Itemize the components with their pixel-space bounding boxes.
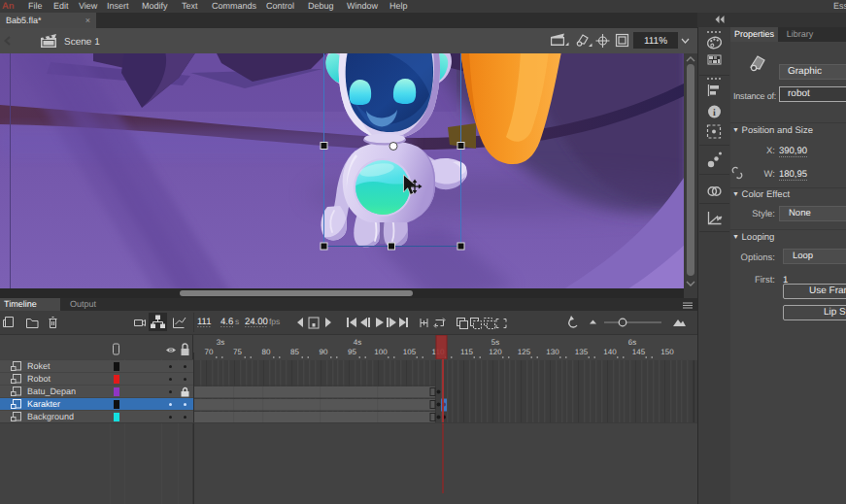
svg-text:115: 115 — [460, 348, 473, 356]
svg-text:111: 111 — [197, 317, 211, 327]
svg-text:85: 85 — [290, 348, 299, 356]
svg-text:fps: fps — [269, 317, 280, 326]
svg-text:100: 100 — [374, 348, 388, 356]
svg-text:24.00: 24.00 — [245, 317, 268, 327]
svg-text:105: 105 — [403, 348, 417, 356]
svg-text:145: 145 — [632, 348, 646, 356]
svg-text:s: s — [235, 317, 239, 326]
svg-text:70: 70 — [205, 348, 214, 356]
svg-text:75: 75 — [233, 348, 242, 356]
svg-text:4s: 4s — [354, 338, 361, 347]
svg-text:Scene 1: Scene 1 — [64, 37, 100, 48]
svg-text:130: 130 — [546, 348, 559, 356]
svg-text:6s: 6s — [628, 338, 636, 347]
svg-text:111%: 111% — [644, 36, 667, 47]
svg-text:150: 150 — [660, 348, 674, 356]
svg-text:i: i — [713, 108, 716, 118]
svg-text:140: 140 — [603, 348, 617, 356]
svg-text:90: 90 — [320, 348, 328, 356]
svg-text:120: 120 — [489, 348, 502, 356]
svg-text:95: 95 — [348, 348, 356, 356]
svg-text:3s: 3s — [217, 338, 224, 347]
svg-text:4.6: 4.6 — [220, 317, 233, 327]
svg-text:80: 80 — [262, 348, 271, 356]
svg-text:135: 135 — [575, 348, 589, 356]
svg-text:5s: 5s — [491, 338, 499, 347]
svg-text:125: 125 — [518, 348, 531, 356]
